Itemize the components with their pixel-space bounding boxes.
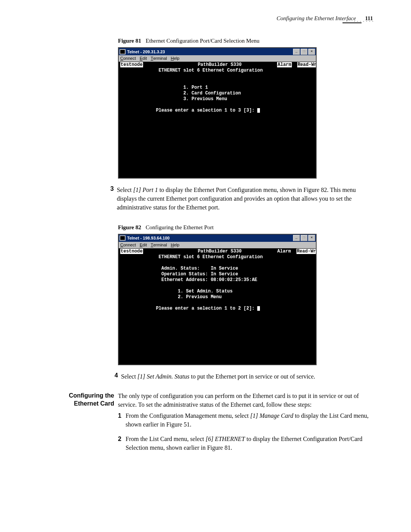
substep-2: 2 From the List Card menu, select [6] ET…: [118, 435, 373, 455]
figure81-caption: Figure 81 Ethernet Configuration Port/Ca…: [118, 38, 373, 44]
mode-flag: Read-Write: [297, 62, 316, 67]
step-number: 4: [110, 372, 118, 385]
menu-edit[interactable]: Edit: [140, 243, 147, 247]
figure82-caption-text: Configuring the Ethernet Port: [146, 224, 214, 230]
minimize-button[interactable]: _: [293, 235, 300, 241]
titlebar-text: Telnet - 198.93.64.100: [127, 236, 292, 240]
menu-item-2: 2. Previous Menu: [178, 294, 221, 300]
alarm-flag: Alarm: [277, 249, 291, 254]
section-heading: Configuring the Ethernet Card: [65, 391, 114, 455]
menu-edit[interactable]: Edit: [140, 56, 147, 61]
terminal-output[interactable]: testnode PathBuilder S330 Alarm Read-Wri…: [119, 62, 316, 178]
step4-option: [1] Set Admin. Status: [137, 373, 190, 380]
sub1-option: [1] Manage Card: [250, 412, 293, 419]
step-text: Select [1] Set Admin. Status to put the …: [121, 372, 315, 381]
alarm-flag: Alarm: [277, 62, 292, 67]
figure81-caption-text: Ethernet Configuration Port/Card Selecti…: [146, 38, 260, 44]
header-section-title: Configuring the Ethernet Interface: [277, 15, 356, 21]
titlebar-text: Telnet - 209.31.3.23: [127, 50, 292, 54]
page-header: Configuring the Ethernet Interface 111 ·…: [65, 15, 373, 29]
prompt: Please enter a selection 1 to 2 [2]:: [156, 306, 257, 311]
menubar[interactable]: Connect Edit Terminal Help: [119, 242, 316, 248]
sub2-option: [6] ETHERNET: [206, 436, 245, 442]
status-admin: Admin. Status: In Service: [161, 266, 238, 271]
step-3: 3 Select [1] Port 1 to display the Ether…: [110, 185, 373, 216]
step3-option: [1] Port 1: [133, 187, 158, 193]
system-menu-icon[interactable]: [119, 235, 126, 241]
step-4: 4 Select [1] Set Admin. Status to put th…: [110, 372, 373, 385]
menu-item-1: 1. Port 1: [183, 85, 208, 90]
system-menu-icon[interactable]: [119, 49, 126, 54]
terminal-output[interactable]: testnode PathBuilder S330 Alarm Read-Wri…: [119, 248, 316, 364]
restore-button[interactable]: ❐: [301, 235, 307, 241]
cursor-icon: [257, 108, 260, 113]
restore-button[interactable]: ❐: [301, 49, 307, 55]
menu-item-2: 2. Card Configuration: [183, 91, 241, 96]
menu-help[interactable]: Help: [171, 56, 180, 61]
menubar[interactable]: Connect Edit Terminal Help: [119, 55, 316, 62]
header-dotted-icon: · · · · · · ·: [354, 19, 374, 24]
substep-1: 1 From the Configuration Management menu…: [118, 411, 373, 432]
close-button[interactable]: ✕: [308, 235, 315, 241]
context-line: ETHERNET slot 6 Ethernet Configuration: [159, 254, 263, 260]
close-button[interactable]: ✕: [308, 49, 315, 55]
titlebar[interactable]: Telnet - 209.31.3.23 _ ❐ ✕: [119, 48, 316, 55]
menu-help[interactable]: Help: [171, 243, 180, 247]
window-controls: _ ❐ ✕: [292, 49, 315, 55]
figure82-caption: Figure 82 Configuring the Ethernet Port: [118, 224, 373, 231]
product-name: PathBuilder S330: [198, 62, 242, 67]
status-operation: Operation Status: In Service: [161, 272, 238, 277]
window-controls: _ ❐ ✕: [292, 235, 315, 241]
prompt: Please enter a selection 1 to 3 [3]:: [156, 108, 257, 113]
figure82-telnet-window: Telnet - 198.93.64.100 _ ❐ ✕ Connect Edi…: [118, 234, 317, 365]
step-text: Select [1] Port 1 to display the Etherne…: [117, 185, 373, 212]
status-eth-addr: Ethernet Address: 08:00:02:25:35:AE: [161, 277, 257, 283]
minimize-button[interactable]: _: [293, 49, 300, 55]
node-name: testnode: [120, 249, 143, 254]
titlebar[interactable]: Telnet - 198.93.64.100 _ ❐ ✕: [119, 235, 316, 242]
section-body: The only type of configuration you can p…: [118, 391, 373, 455]
node-name: testnode: [120, 62, 143, 67]
section-configuring-ethernet-card: Configuring the Ethernet Card The only t…: [65, 391, 373, 455]
menu-connect[interactable]: Connect: [120, 243, 136, 247]
step-number: 3: [110, 185, 114, 216]
figure81-label: Figure 81: [118, 38, 141, 44]
figure81-telnet-window: Telnet - 209.31.3.23 _ ❐ ✕ Connect Edit …: [118, 47, 317, 179]
product-name: PathBuilder S330: [198, 249, 242, 254]
menu-item-1: 1. Set Admin. Status: [178, 289, 233, 294]
menu-connect[interactable]: Connect: [120, 56, 136, 61]
cursor-icon: [257, 306, 260, 311]
menu-terminal[interactable]: Terminal: [151, 243, 167, 247]
menu-terminal[interactable]: Terminal: [151, 56, 167, 61]
page: Configuring the Ethernet Interface 111 ·…: [0, 0, 411, 478]
figure82-label: Figure 82: [118, 224, 141, 230]
menu-item-3: 3. Previous Menu: [183, 96, 227, 102]
header-rule: · · · · · · ·: [65, 22, 373, 29]
context-line: ETHERNET slot 6 Ethernet Configuration: [159, 68, 263, 73]
mode-flag: Read-Write: [296, 249, 316, 254]
